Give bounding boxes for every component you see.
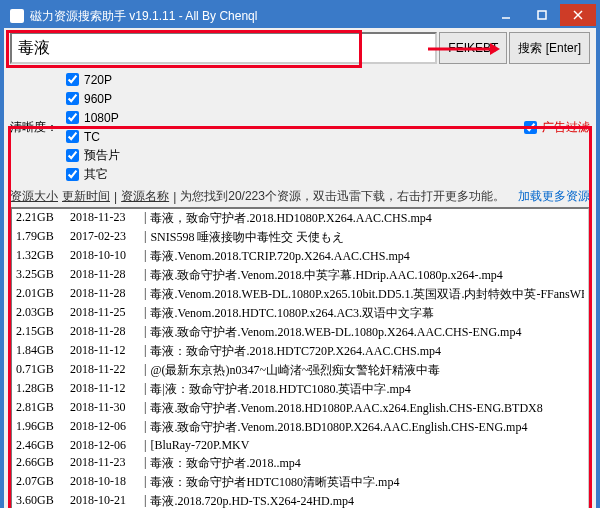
search-input[interactable] (10, 32, 437, 64)
cell-name: @(最新东京热)n0347~山崎渚~强烈痴女警轮奸精液中毒 (150, 362, 584, 379)
cell-date: 2018-11-12 (70, 343, 140, 360)
minimize-button[interactable] (488, 4, 524, 26)
cell-date: 2018-10-21 (70, 493, 140, 508)
table-row[interactable]: 1.96GB2018-12-06|毒液.致命守护者.Venom.2018.BD1… (12, 418, 588, 437)
cell-date: 2018-11-23 (70, 455, 140, 472)
cell-date: 2018-11-23 (70, 210, 140, 227)
app-icon (10, 9, 24, 23)
close-button[interactable] (560, 4, 596, 26)
adfilter-checkbox[interactable]: 广告过滤 (520, 118, 590, 137)
cell-name: 毒液.Venom.2018.WEB-DL.1080P.x265.10bit.DD… (150, 286, 584, 303)
results-list[interactable]: 2.21GB2018-11-23|毒液，致命守护者.2018.HD1080P.X… (10, 207, 590, 508)
cell-name: [BluRay-720P.MKV (150, 438, 584, 453)
table-row[interactable]: 2.01GB2018-11-28|毒液.Venom.2018.WEB-DL.10… (12, 285, 588, 304)
table-row[interactable]: 3.25GB2018-11-28|毒液.致命守护者.Venom.2018.中英字… (12, 266, 588, 285)
cell-date: 2018-12-06 (70, 419, 140, 436)
cell-size: 2.07GB (16, 474, 66, 491)
table-row[interactable]: 2.66GB2018-11-23|毒液：致命守护者.2018..mp4 (12, 454, 588, 473)
filter-720P[interactable]: 720P (62, 70, 120, 89)
cell-size: 1.79GB (16, 229, 66, 246)
filter-960P[interactable]: 960P (62, 89, 120, 108)
filter-input-960P[interactable] (66, 92, 79, 105)
col-size[interactable]: 资源大小 (10, 188, 58, 205)
table-row[interactable]: 2.81GB2018-11-30|毒液.致命守护者.Venom.2018.HD1… (12, 399, 588, 418)
cell-name: 毒液.致命守护者.Venom.2018.HD1080P.AAC.x264.Eng… (150, 400, 584, 417)
filter-其它[interactable]: 其它 (62, 165, 120, 184)
adfilter-input[interactable] (524, 121, 537, 134)
cell-size: 2.81GB (16, 400, 66, 417)
cell-size: 2.21GB (16, 210, 66, 227)
table-row[interactable]: 2.07GB2018-10-18|毒液：致命守护者HDTC1080清晰英语中字.… (12, 473, 588, 492)
cell-size: 2.03GB (16, 305, 66, 322)
cell-date: 2018-11-28 (70, 324, 140, 341)
cell-size: 1.28GB (16, 381, 66, 398)
cell-date: 2018-11-22 (70, 362, 140, 379)
window-title: 磁力资源搜索助手 v19.1.11 - All By Chenql (30, 8, 488, 25)
filter-input-预告片[interactable] (66, 149, 79, 162)
maximize-button[interactable] (524, 4, 560, 26)
search-button[interactable]: 搜索 [Enter] (509, 32, 590, 64)
cell-size: 1.96GB (16, 419, 66, 436)
table-row[interactable]: 2.03GB2018-11-25|毒液.Venom.2018.HDTC.1080… (12, 304, 588, 323)
cell-size: 2.46GB (16, 438, 66, 453)
cell-name: 毒液.2018.720p.HD-TS.X264-24HD.mp4 (150, 493, 584, 508)
cell-name: 毒液.Venom.2018.HDTC.1080P.x264.AC3.双语中文字幕 (150, 305, 584, 322)
filter-input-720P[interactable] (66, 73, 79, 86)
table-row[interactable]: 1.84GB2018-11-12|毒液：致命守护者.2018.HDTC720P.… (12, 342, 588, 361)
cell-name: 毒液：致命守护者.2018..mp4 (150, 455, 584, 472)
table-row[interactable]: 0.71GB2018-11-22|@(最新东京热)n0347~山崎渚~强烈痴女警… (12, 361, 588, 380)
filter-预告片[interactable]: 预告片 (62, 146, 120, 165)
filter-row: 清晰度： 720P 960P 1080P TC 预告片 其它 广告过滤 (4, 68, 596, 186)
cell-date: 2018-10-18 (70, 474, 140, 491)
cell-name: 毒|液：致命守护者.2018.HDTC1080.英语中字.mp4 (150, 381, 584, 398)
cell-size: 0.71GB (16, 362, 66, 379)
table-row[interactable]: 1.79GB2017-02-23|SNIS598 唾液接吻中毒性交 天使もえ (12, 228, 588, 247)
filter-input-TC[interactable] (66, 130, 79, 143)
titlebar: 磁力资源搜索助手 v19.1.11 - All By Chenql (4, 4, 596, 28)
cell-name: 毒液.致命守护者.Venom.2018.BD1080P.X264.AAC.Eng… (150, 419, 584, 436)
table-row[interactable]: 2.15GB2018-11-28|毒液.致命守护者.Venom.2018.WEB… (12, 323, 588, 342)
table-row[interactable]: 1.32GB2018-10-10|毒液.Venom.2018.TCRIP.720… (12, 247, 588, 266)
cell-name: 毒液：致命守护者.2018.HDTC720P.X264.AAC.CHS.mp4 (150, 343, 584, 360)
cell-date: 2018-11-30 (70, 400, 140, 417)
cell-size: 3.60GB (16, 493, 66, 508)
cell-name: 毒液.致命守护者.Venom.2018.WEB-DL.1080p.X264.AA… (150, 324, 584, 341)
filter-input-其它[interactable] (66, 168, 79, 181)
cell-date: 2018-11-25 (70, 305, 140, 322)
col-name[interactable]: 资源名称 (121, 188, 169, 205)
cell-date: 2018-11-28 (70, 286, 140, 303)
table-row[interactable]: 1.28GB2018-11-12|毒|液：致命守护者.2018.HDTC1080… (12, 380, 588, 399)
table-row[interactable]: 3.60GB2018-10-21|毒液.2018.720p.HD-TS.X264… (12, 492, 588, 508)
col-date[interactable]: 更新时间 (62, 188, 110, 205)
cell-name: 毒液，致命守护者.2018.HD1080P.X264.AAC.CHS.mp4 (150, 210, 584, 227)
columns-header: 资源大小 更新时间 | 资源名称 | 为您找到20/223个资源，双击迅雷下载，… (4, 186, 596, 207)
filter-1080P[interactable]: 1080P (62, 108, 120, 127)
cell-name: SNIS598 唾液接吻中毒性交 天使もえ (150, 229, 584, 246)
cell-name: 毒液.Venom.2018.TCRIP.720p.X264.AAC.CHS.mp… (150, 248, 584, 265)
cell-size: 3.25GB (16, 267, 66, 284)
cell-date: 2018-12-06 (70, 438, 140, 453)
table-row[interactable]: 2.46GB2018-12-06|[BluRay-720P.MKV (12, 437, 588, 454)
cell-name: 毒液.致命守护者.Venom.2018.中英字幕.HDrip.AAC.1080p… (150, 267, 584, 284)
cell-size: 2.15GB (16, 324, 66, 341)
cell-date: 2018-11-28 (70, 267, 140, 284)
header-hint: 为您找到20/223个资源，双击迅雷下载，右击打开更多功能。 (180, 188, 505, 205)
cell-size: 1.32GB (16, 248, 66, 265)
cell-size: 2.66GB (16, 455, 66, 472)
svg-rect-1 (538, 11, 546, 19)
cell-size: 1.84GB (16, 343, 66, 360)
filter-input-1080P[interactable] (66, 111, 79, 124)
feikebt-button[interactable]: FEIKEBT (439, 32, 507, 64)
cell-name: 毒液：致命守护者HDTC1080清晰英语中字.mp4 (150, 474, 584, 491)
cell-date: 2018-11-12 (70, 381, 140, 398)
filter-label: 清晰度： (10, 119, 58, 136)
filter-TC[interactable]: TC (62, 127, 120, 146)
cell-size: 2.01GB (16, 286, 66, 303)
adfilter-label: 广告过滤 (542, 119, 590, 136)
cell-date: 2018-10-10 (70, 248, 140, 265)
table-row[interactable]: 2.21GB2018-11-23|毒液，致命守护者.2018.HD1080P.X… (12, 209, 588, 228)
cell-date: 2017-02-23 (70, 229, 140, 246)
load-more-link[interactable]: 加载更多资源 (518, 188, 590, 205)
